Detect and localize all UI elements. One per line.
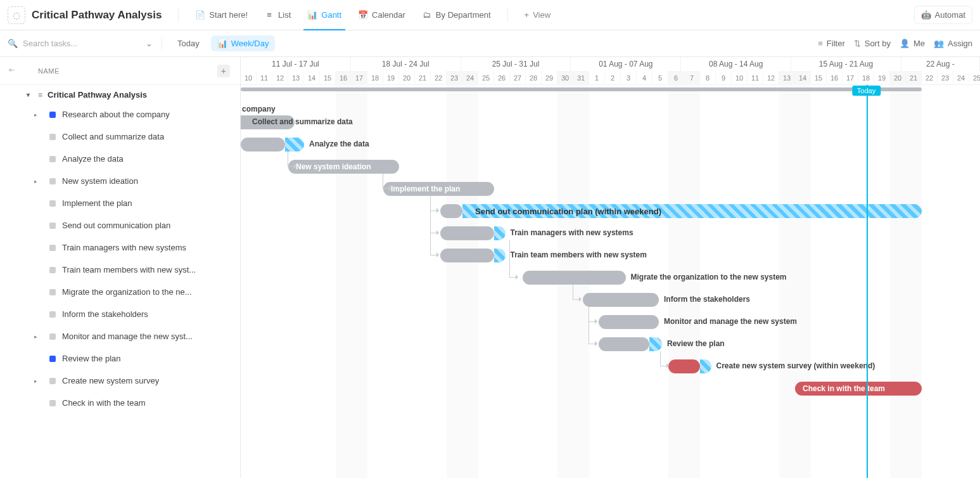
search-dropdown-button[interactable]: ⌄ — [146, 39, 153, 48]
sort-button[interactable]: ⇅Sort by — [854, 39, 891, 48]
gantt-bar-label: Collect and summarize data — [252, 117, 353, 126]
view-tab-calendar[interactable]: 📅Calendar — [350, 5, 413, 25]
divider — [162, 37, 162, 51]
task-row[interactable]: ▸Send out communication plan — [0, 214, 240, 236]
view-tab-gantt[interactable]: 📊Gantt — [300, 5, 349, 25]
gantt-bar[interactable] — [599, 337, 649, 351]
task-row[interactable]: ▸Inform the stakeholders — [0, 303, 240, 325]
gantt-bar[interactable] — [440, 226, 494, 240]
gantt-timeline-header: 11 Jul - 17 Jul18 Jul - 24 Jul25 Jul - 3… — [241, 57, 980, 85]
task-row[interactable]: ▸Train managers with new systems — [0, 236, 240, 259]
day-header-cell: 18 — [858, 71, 874, 85]
gantt-bar-label: Review the plan — [667, 339, 725, 348]
gantt-bar-overdue[interactable]: Send out communication plan (within week… — [462, 204, 922, 218]
gantt-bar[interactable] — [523, 271, 626, 285]
gantt-bar-overdue[interactable] — [494, 249, 506, 262]
task-row[interactable]: ▸Monitor and manage the new syst... — [0, 325, 240, 347]
task-row[interactable]: ▸Train team members with new syst... — [0, 259, 240, 281]
gantt-bar-overdue[interactable] — [494, 226, 506, 240]
main-area: ⇤ NAME + ▾ ≡ Critical Pathway Analysis ▸… — [0, 57, 980, 478]
gantt-bar-overdue[interactable] — [700, 359, 711, 373]
task-row[interactable]: ▸New system ideation — [0, 170, 240, 192]
view-tab-start-here-[interactable]: 📄Start here! — [188, 5, 255, 25]
status-dot — [49, 311, 56, 318]
view-tab-list[interactable]: ≡List — [257, 5, 298, 25]
task-list-sidebar: ⇤ NAME + ▾ ≡ Critical Pathway Analysis ▸… — [0, 57, 241, 478]
app-icon-placeholder: ◌ — [8, 6, 25, 24]
status-dot — [49, 178, 56, 184]
day-header-cell: 14 — [795, 71, 811, 85]
gantt-bar-label: Create new system survey (within weekend… — [716, 361, 875, 370]
search-box[interactable]: 🔍 — [8, 39, 141, 48]
plus-icon: + — [525, 10, 530, 20]
gantt-chart[interactable]: 11 Jul - 17 Jul18 Jul - 24 Jul25 Jul - 3… — [241, 57, 980, 478]
add-view-button[interactable]: + View — [517, 5, 559, 25]
day-header-cell: 24 — [953, 71, 969, 85]
filter-button[interactable]: ≡Filter — [818, 39, 844, 48]
view-tab-by-department[interactable]: 🗂By Department — [414, 5, 499, 25]
task-row[interactable]: ▸Migrate the organization to the ne... — [0, 281, 240, 303]
gantt-body[interactable]: company Collect and summarize dataAnalyz… — [241, 85, 980, 478]
status-dot — [49, 245, 56, 251]
gantt-bar-overdue[interactable] — [649, 337, 662, 351]
add-column-button[interactable]: + — [217, 65, 230, 77]
gantt-bar[interactable]: Implement the plan — [383, 182, 494, 196]
assignees-button[interactable]: 👥Assign — [934, 39, 972, 48]
day-header-cell: 12 — [763, 71, 779, 85]
search-input[interactable] — [23, 39, 118, 48]
task-row[interactable]: ▸Collect and summarize data — [0, 126, 240, 148]
divider — [178, 8, 179, 22]
gantt-bar[interactable]: Check in with the team — [795, 382, 922, 396]
gantt-bar-label: Monitor and manage the new system — [664, 317, 797, 326]
page-title-area: ◌ Critical Pathway Analysis — [8, 6, 162, 24]
day-header-cell: 15 — [320, 71, 336, 85]
dependency-arrow — [430, 196, 438, 255]
task-row[interactable]: ▸Implement the plan — [0, 192, 240, 214]
divider — [507, 8, 508, 22]
automate-button[interactable]: 🤖 Automat — [914, 6, 972, 24]
gantt-bar[interactable] — [668, 359, 700, 373]
task-group-header[interactable]: ▾ ≡ Critical Pathway Analysis — [0, 86, 240, 103]
view-tab-label: Gantt — [321, 10, 341, 20]
zoom-level-chip[interactable]: 📊 Week/Day — [211, 36, 276, 51]
gantt-bar-label: Implement the plan — [391, 184, 460, 193]
task-row[interactable]: ▸Create new system survey — [0, 370, 240, 392]
gantt-bar[interactable] — [440, 249, 494, 262]
week-header-cell: 22 Aug - — [901, 57, 980, 71]
collapse-sidebar-button[interactable]: ⇤ — [9, 66, 15, 74]
task-label: Review the plan — [62, 354, 121, 363]
day-header-cell: 4 — [637, 71, 652, 85]
me-label: Me — [913, 39, 925, 48]
task-row[interactable]: ▸Analyze the data — [0, 148, 240, 170]
task-row[interactable]: ▸Research about the company — [0, 103, 240, 126]
day-header-cell: 16 — [827, 71, 843, 85]
day-header-cell: 15 — [811, 71, 827, 85]
gantt-bar[interactable] — [440, 204, 462, 218]
task-row[interactable]: ▸Check in with the team — [0, 392, 240, 414]
day-header-cell: 25 — [478, 71, 494, 85]
day-header-cell: 11 — [257, 71, 272, 85]
list-icon: ≡ — [264, 10, 274, 20]
filter-icon: ≡ — [818, 39, 823, 48]
automate-label: Automat — [935, 10, 965, 20]
today-button[interactable]: Today — [171, 36, 206, 51]
me-button[interactable]: 👤Me — [900, 39, 925, 48]
day-header-cell: 10 — [241, 71, 257, 85]
week-header-cell: 25 Jul - 31 Jul — [461, 57, 571, 71]
gantt-bar[interactable] — [599, 315, 659, 329]
project-summary-bar[interactable] — [241, 87, 922, 91]
gantt-bar[interactable] — [241, 138, 285, 152]
gantt-bar[interactable]: New system ideation — [288, 160, 399, 174]
gantt-bar-overdue[interactable] — [285, 138, 304, 152]
gantt-bar[interactable] — [583, 293, 659, 307]
person-icon: 👤 — [900, 39, 910, 48]
day-header-cell: 6 — [668, 71, 684, 85]
caret-right-icon: ▸ — [34, 333, 37, 340]
task-tree: ▾ ≡ Critical Pathway Analysis ▸Research … — [0, 85, 240, 414]
day-header-cell: 5 — [652, 71, 668, 85]
status-dot — [49, 267, 56, 273]
task-row[interactable]: ▸Review the plan — [0, 347, 240, 370]
day-header-cell: 20 — [399, 71, 415, 85]
day-header-cell: 28 — [526, 71, 542, 85]
week-header-cell: 15 Aug - 21 Aug — [791, 57, 901, 71]
